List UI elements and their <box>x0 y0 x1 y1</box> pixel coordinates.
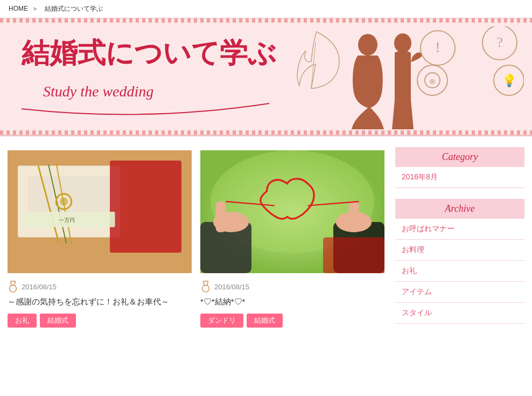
medal-icon-2 <box>200 281 211 293</box>
svg-rect-38 <box>323 238 384 274</box>
sidebar: Category 2016年8月 Archive お呼ばれマナー お料理 お礼 … <box>395 147 524 335</box>
sidebar-archive-item-0[interactable]: お呼ばれマナー <box>395 219 524 240</box>
banner-underline-svg <box>16 98 275 120</box>
article-tags-2: ダンドリ 結婚式 <box>200 314 384 328</box>
banner-stripe-bottom <box>0 130 532 135</box>
sidebar-archive-item-2[interactable]: お礼 <box>395 261 524 282</box>
sidebar-category-section: Category 2016年8月 <box>395 147 524 188</box>
sidebar-archive-item-3[interactable]: アイテム <box>395 282 524 303</box>
main-container: 一万円 2016/08/15 ～感謝の気持ちを忘れずに！お礼＆お車代～ お礼 <box>0 136 532 345</box>
svg-point-1 <box>358 34 377 55</box>
svg-point-23 <box>60 197 68 205</box>
breadcrumb-current: 結婚式について学ぶ <box>45 5 103 12</box>
article-tag-1-0[interactable]: お礼 <box>8 314 37 328</box>
svg-line-41 <box>207 281 208 285</box>
svg-text:一万円: 一万円 <box>59 217 75 223</box>
svg-point-2 <box>394 33 411 53</box>
article-tags-1: お礼 結婚式 <box>8 314 192 328</box>
svg-text:!: ! <box>435 39 440 55</box>
sidebar-category-item-0[interactable]: 2016年8月 <box>395 167 524 188</box>
svg-text:⊗: ⊗ <box>429 77 436 86</box>
article-meta-2: 2016/08/15 <box>200 281 384 293</box>
article-date-1: 2016/08/15 <box>22 283 57 291</box>
article-image-heart <box>200 147 384 276</box>
breadcrumb-home[interactable]: HOME <box>9 5 28 12</box>
sidebar-archive-section: Archive お呼ばれマナー お料理 お礼 アイテム スタイル <box>395 199 524 324</box>
article-card-2: 2016/08/15 *♡*結納*♡* ダンドリ 結婚式 <box>200 147 384 335</box>
article-title-1: ～感謝の気持ちを忘れずに！お礼＆お車代～ <box>8 296 192 308</box>
banner-title-jp: 結婚式について学ぶ <box>22 34 276 72</box>
svg-line-26 <box>15 281 16 285</box>
medal-icon-1 <box>8 281 18 293</box>
breadcrumb-separator: ＞ <box>32 5 38 12</box>
article-tag-1-1[interactable]: 結婚式 <box>40 314 76 328</box>
article-tag-2-0[interactable]: ダンドリ <box>200 314 243 328</box>
sidebar-archive-item-4[interactable]: スタイル <box>395 303 524 324</box>
banner-stripe-top <box>0 18 532 23</box>
breadcrumb: HOME ＞ 結婚式について学ぶ <box>0 0 532 18</box>
article-card: 一万円 2016/08/15 ～感謝の気持ちを忘れずに！お礼＆お車代～ お礼 <box>8 147 192 335</box>
article-title-2: *♡*結納*♡* <box>200 296 384 308</box>
article-tag-2-1[interactable]: 結婚式 <box>247 314 283 328</box>
svg-text:?: ? <box>496 34 503 50</box>
header-banner: 結婚式について学ぶ Study the wedding ! ? ⊗ 💡 <box>0 18 532 136</box>
article-image-gift: 一万円 <box>8 147 192 276</box>
sidebar-archive-heading: Archive <box>395 199 524 219</box>
sidebar-category-heading: Category <box>395 147 524 167</box>
article-date-2: 2016/08/15 <box>214 283 249 291</box>
svg-rect-16 <box>110 161 181 253</box>
svg-text:💡: 💡 <box>502 73 517 88</box>
sidebar-archive-item-1[interactable]: お料理 <box>395 240 524 261</box>
article-meta-1: 2016/08/15 <box>8 281 192 293</box>
svg-line-25 <box>10 281 11 285</box>
content-area: 一万円 2016/08/15 ～感謝の気持ちを忘れずに！お礼＆お車代～ お礼 <box>8 147 384 335</box>
banner-circles: ! ? ⊗ 💡 <box>416 26 524 96</box>
svg-line-40 <box>203 281 204 285</box>
svg-rect-35 <box>349 202 359 232</box>
svg-point-24 <box>10 285 17 292</box>
svg-point-39 <box>202 285 209 292</box>
svg-rect-32 <box>216 202 226 232</box>
